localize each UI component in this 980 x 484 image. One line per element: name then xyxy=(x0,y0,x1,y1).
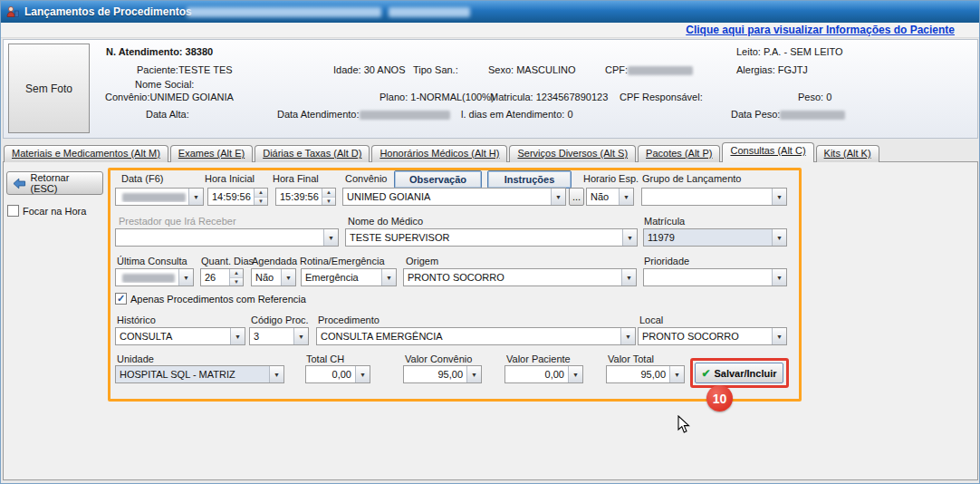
hora-inicial-label: Hora Inicial xyxy=(205,173,255,184)
tipo-san-label: Tipo San.: xyxy=(413,64,458,75)
quant-dias-spinner[interactable]: 26 ▲▼ xyxy=(200,268,244,286)
origem-value: PRONTO SOCORRO xyxy=(404,272,621,283)
alergias-label: Alergias: xyxy=(736,64,775,75)
convenio-combobox[interactable]: UNIMED GOIANIA ▼ xyxy=(342,188,566,206)
tab-consultas[interactable]: Consultas (Alt C) xyxy=(722,142,813,162)
ultima-consulta-combobox[interactable]: ▼ xyxy=(115,268,194,286)
nome-medico-combobox[interactable]: TESTE SUPERVISOR ▼ xyxy=(345,228,638,247)
atendimento-field: N. Atendimento: 38380 xyxy=(106,46,213,57)
horario-esp-combobox[interactable]: Não ▼ xyxy=(586,188,634,206)
prioridade-combobox[interactable]: ▼ xyxy=(643,268,787,286)
chevron-down-icon[interactable]: ▼ xyxy=(551,189,565,205)
data-f6-combobox[interactable]: ▼ xyxy=(115,188,204,206)
prestador-combobox[interactable]: ▼ xyxy=(115,228,339,247)
patient-info-link[interactable]: Clique aqui para visualizar Informações … xyxy=(686,24,955,36)
redacted-data-atendimento-value xyxy=(360,111,450,120)
chevron-down-icon[interactable]: ▼ xyxy=(772,189,786,205)
focar-na-hora-checkbox[interactable] xyxy=(7,205,19,217)
total-ch-label: Total CH xyxy=(306,353,344,364)
focar-na-hora-label: Focar na Hora xyxy=(23,206,86,217)
quant-dias-value: 26 xyxy=(201,272,229,283)
retornar-label: Retornar (ESC) xyxy=(31,172,97,194)
hora-inicial-spinner[interactable]: 14:59:56 ▲▼ xyxy=(207,188,268,206)
chevron-down-icon[interactable]: ▼ xyxy=(772,229,786,246)
chevron-down-icon[interactable]: ▼ xyxy=(269,366,283,382)
chevron-down-icon[interactable]: ▼ xyxy=(381,269,396,286)
codigo-proc-label: Código Proc. xyxy=(251,315,309,325)
chevron-down-icon[interactable]: ▼ xyxy=(772,328,786,344)
chevron-down-icon[interactable]: ▼ xyxy=(293,328,308,344)
retornar-button[interactable]: Retornar (ESC) xyxy=(6,171,103,195)
valor-convenio-combobox[interactable]: 95,00 ▼ xyxy=(403,365,482,383)
chevron-down-icon[interactable]: ▼ xyxy=(622,229,637,246)
tab-exames[interactable]: Exames (Alt E) xyxy=(170,145,253,162)
historico-combobox[interactable]: CONSULTA ▼ xyxy=(115,327,245,345)
redacted-data-value xyxy=(122,193,186,202)
chevron-down-icon[interactable]: ▼ xyxy=(669,366,684,382)
chevron-down-icon[interactable]: ▼ xyxy=(323,229,338,246)
chevron-down-icon[interactable]: ▼ xyxy=(230,328,245,344)
chevron-down-icon[interactable]: ▼ xyxy=(178,269,193,286)
tipo-san-field: Tipo San.: xyxy=(413,64,458,75)
local-label: Local xyxy=(639,315,663,325)
chevron-down-icon[interactable]: ▼ xyxy=(188,189,203,205)
spinner-up-icon[interactable]: ▲ xyxy=(230,269,243,278)
convenio-ellipsis-button[interactable]: ... xyxy=(569,188,584,206)
procedimento-combobox[interactable]: CONSULTA EMERGÊNCIA ▼ xyxy=(316,327,636,345)
spinner-up-icon[interactable]: ▲ xyxy=(255,189,267,198)
chevron-down-icon[interactable]: ▼ xyxy=(281,269,295,286)
spinner-down-icon[interactable]: ▼ xyxy=(255,198,267,206)
tab-pacotes[interactable]: Pacotes (Alt P) xyxy=(638,145,720,162)
spinner-down-icon[interactable]: ▼ xyxy=(322,198,335,206)
chevron-down-icon[interactable]: ▼ xyxy=(619,189,633,205)
valor-paciente-label: Valor Paciente xyxy=(506,353,571,364)
prestador-label: Prestador que Irá Receber xyxy=(119,216,236,227)
tab-honorarios-medicos[interactable]: Honorários Médicos (Alt H) xyxy=(371,145,507,162)
cpf-label: CPF: xyxy=(605,64,628,75)
hora-final-value: 15:39:56 xyxy=(276,191,322,202)
alergias-field: Alergias: FGJTJ xyxy=(736,64,808,75)
valor-total-combobox[interactable]: 95,00 ▼ xyxy=(606,365,685,383)
title-bar[interactable]: Lançamentos de Procedimentos xyxy=(1,1,979,23)
chevron-down-icon[interactable]: ▼ xyxy=(772,269,786,286)
horario-esp-value: Não xyxy=(587,191,619,202)
salvar-incluir-button[interactable]: ✔ Salvar/Incluir xyxy=(695,363,783,383)
rotina-emergencia-combobox[interactable]: Emergência ▼ xyxy=(301,268,397,286)
local-combobox[interactable]: PRONTO SOCORRO ▼ xyxy=(638,327,787,345)
grupo-lancamento-combobox[interactable]: ▼ xyxy=(641,188,787,206)
agendada-combobox[interactable]: Não ▼ xyxy=(251,268,296,286)
chevron-down-icon[interactable]: ▼ xyxy=(621,269,636,286)
chevron-down-icon[interactable]: ▼ xyxy=(355,366,370,382)
paciente-value: TESTE TES xyxy=(178,64,233,75)
matricula-combobox[interactable]: 11979 ▼ xyxy=(643,228,787,247)
chevron-down-icon[interactable]: ▼ xyxy=(466,366,481,382)
tab-kits[interactable]: Kits (Alt K) xyxy=(816,145,879,162)
idade-field: Idade: 30 ANOS xyxy=(333,64,406,75)
convenio-value: UNIMED GOIANIA xyxy=(150,92,234,102)
convenio-form-value: UNIMED GOIANIA xyxy=(343,191,551,202)
total-ch-combobox[interactable]: 0,00 ▼ xyxy=(305,365,370,383)
chevron-down-icon[interactable]: ▼ xyxy=(568,366,582,382)
spinner-up-icon[interactable]: ▲ xyxy=(322,189,335,198)
total-ch-value: 0,00 xyxy=(306,369,355,380)
origem-combobox[interactable]: PRONTO SOCORRO ▼ xyxy=(403,268,637,286)
valor-convenio-value: 95,00 xyxy=(404,369,466,380)
matricula-field: Matricula: 1234567890123 xyxy=(490,92,608,102)
spinner-down-icon[interactable]: ▼ xyxy=(230,278,243,286)
instrucoes-button[interactable]: Instruções xyxy=(487,170,572,189)
apenas-procedimentos-label: Apenas Procedimentos com Referencia xyxy=(130,294,306,305)
chevron-down-icon[interactable]: ▼ xyxy=(620,328,635,344)
tab-servicos-diversos[interactable]: Serviços Diversos (Alt S) xyxy=(509,145,636,162)
codigo-proc-combobox[interactable]: 3 ▼ xyxy=(249,327,309,345)
valor-paciente-combobox[interactable]: 0,00 ▼ xyxy=(504,365,583,383)
observacao-button[interactable]: Observação xyxy=(394,170,482,189)
unidade-combobox[interactable]: HOSPITAL SQL - MATRIZ ▼ xyxy=(115,365,284,383)
quant-dias-label: Quant. Dias xyxy=(201,256,254,266)
apenas-procedimentos-checkbox[interactable]: ✓ xyxy=(115,293,127,305)
tab-diarias-taxas[interactable]: Diárias e Taxas (Alt D) xyxy=(255,145,370,162)
redacted-ultima-consulta-value xyxy=(122,274,175,283)
hora-inicial-value: 14:59:56 xyxy=(208,191,254,202)
hora-final-spinner[interactable]: 15:39:56 ▲▼ xyxy=(275,188,336,206)
valor-total-value: 95,00 xyxy=(607,369,669,380)
tab-materiais-medicamentos[interactable]: Materiais e Medicamentos (Alt M) xyxy=(4,145,168,162)
